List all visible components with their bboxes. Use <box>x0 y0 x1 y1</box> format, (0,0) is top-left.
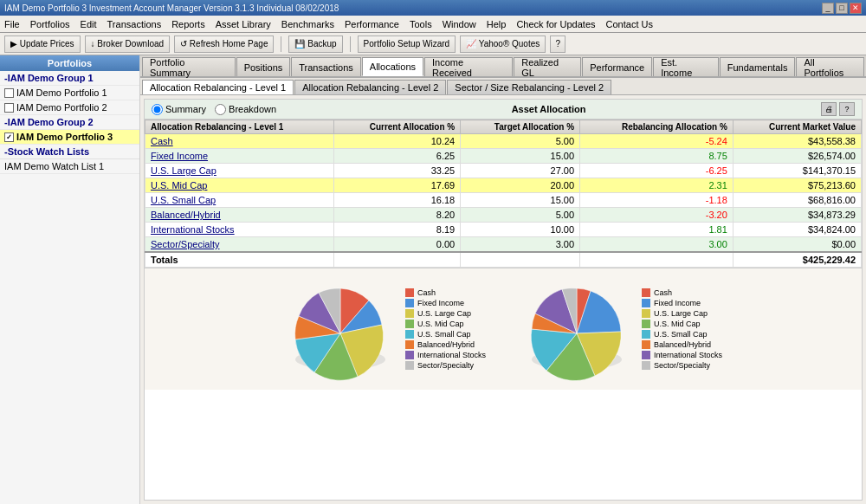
market-value: $0.00 <box>733 237 861 253</box>
menu-check-updates[interactable]: Check for Updates <box>516 19 595 29</box>
sidebar-item-group1[interactable]: -IAM Demo Group 1 <box>0 71 139 86</box>
menu-benchmarks[interactable]: Benchmarks <box>281 19 334 29</box>
menu-portfolios[interactable]: Portfolios <box>30 19 70 29</box>
legend-item: International Stocks <box>642 351 722 359</box>
menu-file[interactable]: File <box>4 19 20 29</box>
totals-rebalancing <box>580 252 734 268</box>
print-icon[interactable]: 🖨 <box>821 102 837 116</box>
summary-radio-label[interactable]: Summary <box>152 104 206 115</box>
target-alloc: 27.00 <box>461 164 580 178</box>
menu-edit[interactable]: Edit <box>81 19 97 29</box>
legend-item: Cash <box>642 288 722 297</box>
subtab-level2[interactable]: Allocation Rebalancing - Level 2 <box>294 80 446 94</box>
breakdown-radio[interactable] <box>215 104 226 115</box>
menu-contact-us[interactable]: Contact Us <box>606 19 653 29</box>
menu-asset-library[interactable]: Asset Library <box>216 19 271 29</box>
allocation-link[interactable]: Balanced/Hybrid <box>151 210 221 220</box>
sub-tab-bar: Allocation Rebalancing - Level 1 Allocat… <box>140 78 866 95</box>
menu-reports[interactable]: Reports <box>171 19 205 29</box>
portfolio1-checkbox[interactable] <box>4 88 14 98</box>
tab-income-received[interactable]: Income Received <box>424 57 513 76</box>
left-pie-container: CashFixed IncomeU.S. Large CapU.S. Mid C… <box>284 277 486 381</box>
sidebar-item-portfolio3[interactable]: IAM Demo Portfolio 3 <box>0 130 139 145</box>
legend-label: U.S. Large Cap <box>417 309 471 318</box>
minimize-button[interactable]: _ <box>822 3 834 14</box>
tab-transactions[interactable]: Transactions <box>291 57 361 76</box>
backup-button[interactable]: 💾 Backup <box>288 36 342 53</box>
breakdown-radio-label[interactable]: Breakdown <box>215 104 276 115</box>
legend-item: U.S. Small Cap <box>405 330 486 339</box>
menu-help[interactable]: Help <box>487 19 507 29</box>
legend-item: Sector/Specialty <box>642 361 722 370</box>
legend-item: International Stocks <box>405 351 486 359</box>
toolbar-separator-2 <box>350 36 351 52</box>
help-button[interactable]: ? <box>550 36 565 53</box>
legend-label: U.S. Mid Cap <box>654 320 701 328</box>
tab-allocations[interactable]: Allocations <box>362 57 423 76</box>
legend-label: International Stocks <box>417 351 486 359</box>
allocation-link[interactable]: Cash <box>151 136 173 146</box>
menu-tools[interactable]: Tools <box>410 19 432 29</box>
legend-label: U.S. Small Cap <box>654 330 708 339</box>
sidebar-item-portfolio2[interactable]: IAM Demo Portfolio 2 <box>0 100 139 115</box>
tab-fundamentals[interactable]: Fundamentals <box>720 57 796 76</box>
tab-performance[interactable]: Performance <box>582 57 652 76</box>
allocation-link[interactable]: U.S. Large Cap <box>151 165 216 176</box>
col-header-name: Allocation Rebalancing - Level 1 <box>145 120 334 134</box>
subtab-level1[interactable]: Allocation Rebalancing - Level 1 <box>142 80 294 94</box>
legend-label: Fixed Income <box>417 299 464 307</box>
allocation-link[interactable]: International Stocks <box>151 224 235 235</box>
legend-color-box <box>642 361 650 370</box>
tab-est-income[interactable]: Est. Income <box>653 57 719 76</box>
close-button[interactable]: ✕ <box>850 3 862 14</box>
asset-allocation-label: Asset Allocation <box>289 104 808 114</box>
update-prices-button[interactable]: ▶ Update Prices <box>4 36 81 53</box>
rebalancing-alloc: -5.24 <box>580 134 734 149</box>
maximize-button[interactable]: □ <box>836 3 848 14</box>
rebalancing-alloc: -1.18 <box>580 193 734 208</box>
refresh-home-button[interactable]: ↺ Refresh Home Page <box>174 36 274 53</box>
broker-download-button[interactable]: ↓ Broker Download <box>85 36 170 53</box>
legend-label: U.S. Mid Cap <box>417 320 464 328</box>
help-info-icon[interactable]: ? <box>839 102 855 116</box>
legend-label: U.S. Small Cap <box>417 330 471 339</box>
allocation-link[interactable]: Sector/Specialty <box>151 239 219 249</box>
yahoo-quotes-button[interactable]: 📈 Yahoo® Quotes <box>460 36 546 53</box>
menu-performance[interactable]: Performance <box>345 19 399 29</box>
menu-window[interactable]: Window <box>443 19 476 29</box>
tab-positions[interactable]: Positions <box>236 57 291 76</box>
allocation-link[interactable]: Fixed Income <box>151 151 208 161</box>
summary-radio[interactable] <box>152 104 163 115</box>
toolbar: ▶ Update Prices ↓ Broker Download ↺ Refr… <box>0 33 866 55</box>
legend-color-box <box>405 299 414 307</box>
portfolio-setup-wizard-button[interactable]: Portfolio Setup Wizard <box>358 36 456 53</box>
target-alloc: 15.00 <box>461 149 580 164</box>
window-controls: _ □ ✕ <box>822 3 862 14</box>
sidebar-item-watchlist1[interactable]: IAM Demo Watch List 1 <box>0 159 139 174</box>
sidebar-item-group2[interactable]: -IAM Demo Group 2 <box>0 115 139 130</box>
target-alloc: 3.00 <box>461 237 580 253</box>
portfolio2-checkbox[interactable] <box>4 103 14 113</box>
subtab-sector[interactable]: Sector / Size Rebalancing - Level 2 <box>447 80 611 94</box>
legend-color-box <box>405 361 414 370</box>
sidebar-item-portfolio1[interactable]: IAM Demo Portfolio 1 <box>0 86 139 100</box>
allocation-link[interactable]: U.S. Small Cap <box>151 195 216 205</box>
tab-all-portfolios[interactable]: All Portfolios <box>796 57 864 76</box>
tab-realized-gl[interactable]: Realized GL <box>514 57 581 76</box>
content-area: Portfolio Summary Positions Transactions… <box>140 55 866 504</box>
legend-item: Balanced/Hybrid <box>405 340 486 349</box>
menu-transactions[interactable]: Transactions <box>107 19 162 29</box>
target-alloc: 10.00 <box>461 223 580 237</box>
tab-portfolio-summary[interactable]: Portfolio Summary <box>142 57 236 76</box>
toolbar-separator <box>281 36 281 52</box>
allocation-link[interactable]: U.S. Mid Cap <box>151 180 207 191</box>
title-bar: IAM Demo Portfolio 3 Investment Account … <box>0 0 866 16</box>
col-header-market-value: Current Market Value <box>733 120 861 134</box>
portfolio3-checkbox[interactable] <box>4 132 14 142</box>
sidebar-section-watchlists: -Stock Watch Lists <box>0 145 139 159</box>
chart-area: CashFixed IncomeU.S. Large CapU.S. Mid C… <box>145 268 862 390</box>
current-alloc: 8.19 <box>334 223 461 237</box>
legend-label: Cash <box>417 288 436 297</box>
legend-color-box <box>642 320 650 328</box>
legend-color-box <box>642 288 650 297</box>
